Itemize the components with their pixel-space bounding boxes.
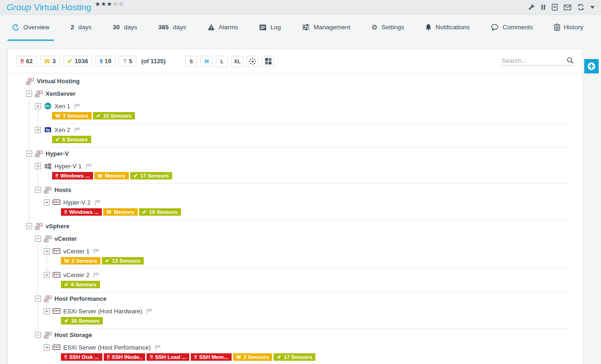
tab-comments[interactable]: Comments bbox=[486, 15, 537, 41]
sensor-badge-warning[interactable]: WMemory bbox=[103, 208, 138, 216]
sensor-badge-ok[interactable]: ✔16 Sensors bbox=[61, 317, 103, 324]
tab-notifications[interactable]: Notifications bbox=[421, 15, 474, 41]
tab-settings[interactable]: ⚙Settings bbox=[367, 15, 408, 41]
page-title: Group Virtual Hosting bbox=[7, 2, 91, 13]
add-object-button[interactable] bbox=[584, 59, 599, 73]
tab-overview[interactable]: Overview bbox=[7, 15, 54, 41]
tab-365-days[interactable]: 365days bbox=[154, 15, 191, 41]
sensor-badge-error[interactable]: !!Windows ... bbox=[52, 172, 93, 179]
flag-icon[interactable] bbox=[93, 272, 100, 278]
sensor-badge-warning[interactable]: W2 Sensors bbox=[61, 257, 100, 265]
status-count-error[interactable]: !!62 bbox=[16, 56, 37, 66]
tree-settings-button[interactable] bbox=[247, 56, 259, 67]
group-name[interactable]: Host Performance bbox=[54, 295, 107, 302]
sensor-badge-error[interactable]: !!SSH INode.. bbox=[104, 353, 146, 361]
sensor-badge-ok[interactable]: ✔6 Sensors bbox=[61, 281, 100, 288]
sensor-badge-ok[interactable]: ✔17 Sensors bbox=[274, 353, 315, 361]
collapse-toggle[interactable]: − bbox=[26, 91, 32, 97]
pause-icon[interactable] bbox=[541, 4, 546, 10]
device-name[interactable]: Hyper-V 2 bbox=[63, 199, 91, 206]
sensor-badge-error[interactable]: !!Windows ... bbox=[61, 208, 102, 216]
flag-icon[interactable] bbox=[93, 248, 100, 254]
expand-toggle[interactable]: + bbox=[44, 272, 50, 278]
device-name[interactable]: ESXi Server (Host Performance) bbox=[63, 344, 151, 351]
refresh-icon[interactable] bbox=[577, 4, 584, 11]
group-name[interactable]: Hosts bbox=[54, 186, 71, 193]
status-count-warning[interactable]: W3 bbox=[40, 56, 60, 66]
email-icon[interactable] bbox=[564, 5, 571, 10]
group-name[interactable]: vSphere bbox=[46, 223, 69, 230]
expand-toggle[interactable]: + bbox=[35, 127, 41, 133]
size-button-xl[interactable]: XL bbox=[231, 56, 243, 67]
collapse-toggle[interactable]: − bbox=[35, 236, 41, 242]
priority-stars[interactable]: ★★★☆☆ bbox=[95, 0, 124, 7]
tree-toolbar: !!62W3✔1036II19?5 (of 1125) SMLXL Search… bbox=[8, 49, 582, 73]
warning-status-icon: W bbox=[44, 58, 50, 65]
search-icon[interactable] bbox=[567, 57, 574, 64]
size-button-m[interactable]: M bbox=[200, 56, 213, 67]
device-name[interactable]: ESXi Server (Host Hardware) bbox=[63, 308, 142, 315]
device-name[interactable]: Xen 2 bbox=[54, 126, 70, 133]
sensor-badge-warning[interactable]: WMemory bbox=[94, 172, 129, 179]
device-name[interactable]: Xen 1 bbox=[54, 103, 70, 110]
flag-icon[interactable] bbox=[74, 103, 81, 109]
status-count-unknown[interactable]: ?5 bbox=[119, 56, 136, 66]
wrench-icon[interactable] bbox=[528, 4, 535, 11]
svg-text:DELL: DELL bbox=[45, 105, 51, 107]
expand-toggle[interactable]: + bbox=[44, 308, 50, 314]
tiles-button[interactable] bbox=[262, 56, 274, 67]
expand-toggle[interactable]: + bbox=[44, 199, 50, 205]
collapse-toggle[interactable]: − bbox=[35, 187, 41, 193]
device-name[interactable]: vCenter 2 bbox=[63, 271, 89, 278]
add-report-icon[interactable] bbox=[552, 4, 558, 11]
group-name[interactable]: Host Storage bbox=[54, 331, 92, 338]
sensor-badge-ok[interactable]: ✔15 Sensors bbox=[93, 112, 135, 119]
group-name[interactable]: Virtual Hosting bbox=[37, 78, 80, 85]
flag-icon[interactable] bbox=[86, 163, 93, 169]
caret-down-icon[interactable] bbox=[590, 6, 594, 9]
expand-toggle[interactable]: + bbox=[44, 248, 50, 254]
flag-icon[interactable] bbox=[154, 344, 162, 351]
expand-toggle[interactable]: + bbox=[35, 103, 41, 109]
collapse-toggle[interactable]: − bbox=[26, 151, 32, 157]
status-count-paused[interactable]: II19 bbox=[95, 56, 115, 66]
status-count-ok[interactable]: ✔1036 bbox=[63, 56, 93, 66]
search-box[interactable]: Search... bbox=[501, 57, 574, 66]
group-name[interactable]: XenServer bbox=[46, 90, 75, 97]
size-button-l[interactable]: L bbox=[216, 56, 228, 67]
expand-toggle[interactable]: + bbox=[35, 163, 41, 169]
sensor-badge-ok[interactable]: ✔19 Sensors bbox=[139, 208, 181, 216]
tab-alarms[interactable]: Alarms bbox=[203, 15, 243, 41]
ok-badge-icon: ✔ bbox=[277, 354, 281, 360]
sensor-badge-warning[interactable]: W3 Sensors bbox=[52, 112, 92, 119]
error-badge-icon: !! bbox=[107, 354, 110, 360]
ok-status-icon: ✔ bbox=[67, 58, 73, 65]
expand-toggle[interactable]: + bbox=[44, 344, 50, 351]
flag-icon[interactable] bbox=[74, 127, 81, 133]
sensor-badge-ok[interactable]: ✔13 Sensors bbox=[102, 257, 144, 265]
group-name[interactable]: Hyper-V bbox=[46, 150, 69, 157]
device-name[interactable]: Hyper-V 1 bbox=[54, 163, 82, 170]
sensor-badge-error[interactable]: !!SSH Mem... bbox=[191, 353, 231, 361]
error-badge-icon: !! bbox=[194, 354, 197, 360]
group-row: −vCenter bbox=[8, 232, 582, 245]
tab-2-days[interactable]: 2days bbox=[66, 15, 96, 41]
size-button-s[interactable]: S bbox=[185, 56, 197, 67]
sensor-badge-ok[interactable]: ✔17 Sensors bbox=[130, 172, 172, 179]
sensor-badge-label: Windows ... bbox=[60, 173, 90, 179]
sensor-badge-ok[interactable]: ✔5 Sensors bbox=[52, 136, 91, 143]
sensor-badge-warning[interactable]: W2 Sensors bbox=[233, 353, 273, 361]
tab-log[interactable]: Log bbox=[254, 15, 286, 41]
tab-management[interactable]: Management bbox=[297, 15, 355, 41]
collapse-toggle[interactable]: − bbox=[35, 332, 41, 338]
device-name[interactable]: vCenter 1 bbox=[63, 248, 89, 255]
tab-30-days[interactable]: 30days bbox=[108, 15, 142, 41]
collapse-toggle[interactable]: − bbox=[35, 296, 41, 302]
sensor-badge-error[interactable]: !!SSH Disk ... bbox=[61, 353, 102, 361]
flag-icon[interactable] bbox=[94, 199, 102, 205]
sensor-badge-error[interactable]: !!SSH Load ... bbox=[147, 353, 189, 361]
tab-history[interactable]: History bbox=[549, 15, 588, 41]
group-name[interactable]: vCenter bbox=[54, 235, 77, 242]
collapse-toggle[interactable]: − bbox=[26, 223, 32, 229]
flag-icon[interactable] bbox=[146, 308, 154, 314]
